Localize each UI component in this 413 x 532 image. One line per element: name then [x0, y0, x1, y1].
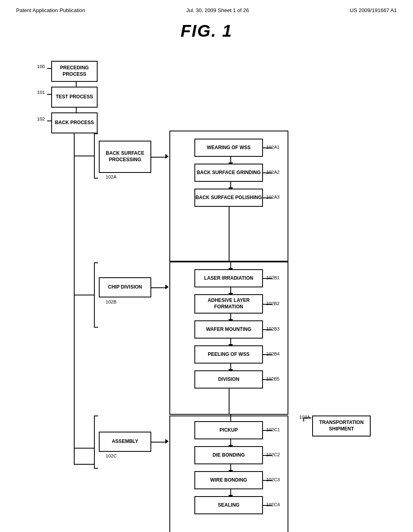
box-assembly: ASSEMBLY — [99, 432, 151, 452]
box-chip-division: CHIP DIVISION — [99, 277, 151, 297]
line-c2 — [263, 455, 272, 456]
line-a-to-group — [151, 157, 167, 158]
box-wearing-wss: WEARING OF WSS — [194, 139, 263, 157]
box-peeling-wss: PEELING OF WSS — [194, 345, 263, 364]
label-102B4: 102B4 — [266, 351, 280, 356]
header-right: US 2009/191667 A1 — [350, 7, 397, 13]
box-preceding-process: PRECEDING PROCESS — [51, 61, 98, 82]
label-102B2: 102B2 — [266, 301, 280, 306]
box-back-surface-polishing: BACK SURFACE POLISHING — [194, 189, 263, 207]
line-a1 — [263, 148, 272, 148]
label-102A1: 102A1 — [266, 145, 280, 150]
bracket-b-v — [94, 262, 95, 327]
page-header: Patent Application Publication Jul. 30, … — [0, 0, 413, 17]
arrow-b-right — [165, 285, 169, 289]
label-102: 102 — [37, 116, 45, 121]
label-102B3: 102B3 — [266, 326, 280, 331]
line-c1 — [263, 430, 272, 431]
line-c4 — [263, 505, 272, 506]
header-left: Patent Application Publication — [16, 7, 85, 13]
arrow-c-right — [165, 439, 169, 444]
bracket-c-bottom — [94, 468, 98, 469]
line-b4 — [263, 354, 272, 355]
box-back-surface-grinding: BACK SURFACE GRINDING — [194, 164, 263, 182]
bracket-b-bottom — [94, 327, 98, 328]
line-c3 — [263, 480, 272, 481]
label-102B5: 102B5 — [266, 376, 280, 381]
box-laser-irradiation: LASER IRRADIATION — [194, 269, 263, 287]
box-die-bonding: DIE BONDING — [194, 446, 263, 464]
line-b-to-group — [151, 287, 167, 288]
line-b3 — [263, 329, 272, 330]
label-101: 101 — [37, 90, 45, 95]
box-transportation: TRANSPORTATION SHIPMENT — [312, 416, 371, 436]
box-test-process: TEST PROCESS — [51, 87, 98, 108]
line-c-to-group — [151, 442, 167, 443]
bracket-a-v — [94, 133, 95, 178]
box-back-surface-processing: BACK SURFACE PROCESSING — [99, 141, 151, 173]
label-102A2: 102A2 — [266, 170, 280, 175]
line-b1 — [263, 278, 272, 279]
label-102C4: 102C4 — [266, 502, 280, 507]
line-a2 — [263, 172, 272, 173]
box-wire-bonding: WIRE BONDING — [194, 471, 263, 489]
box-pickup: PICKUP — [194, 421, 263, 439]
label-102A3: 102A3 — [266, 195, 280, 200]
box-adhesive-layer: ADHESIVE LAYER FORMATION — [194, 294, 263, 314]
label-100: 100 — [37, 64, 45, 69]
figure-title: FIG. 1 — [0, 21, 413, 41]
line-a-h — [74, 156, 94, 156]
box-division: DIVISION — [194, 370, 263, 389]
label-102C1: 102C1 — [266, 427, 280, 432]
line-b5 — [263, 379, 272, 380]
label-102C2: 102C2 — [266, 452, 280, 457]
arrow-a-right — [165, 154, 169, 159]
header-center: Jul. 30, 2009 Sheet 1 of 26 — [186, 7, 249, 13]
box-sealing: SEALING — [194, 496, 263, 514]
bracket-c-v — [94, 416, 95, 468]
line-main-v — [74, 133, 75, 464]
label-102C3: 102C3 — [266, 477, 280, 482]
label-102B: 102B — [106, 299, 117, 304]
label-102C: 102C — [106, 453, 117, 458]
line-b-h — [74, 295, 94, 295]
label-102B1: 102B1 — [266, 275, 280, 280]
box-wafer-mounting: WAFER MOUNTING — [194, 320, 263, 339]
line-a-bottom-ext — [229, 207, 229, 262]
label-103A: 103A — [299, 415, 310, 420]
bracket-103a-top — [303, 418, 311, 418]
bracket-a-bottom — [94, 178, 98, 179]
diagram-area: 100 PRECEDING PROCESS 101 TEST PROCESS 1… — [25, 53, 388, 516]
line-b2 — [263, 304, 272, 305]
line-a3 — [263, 197, 272, 198]
box-back-process: BACK PROCESS — [51, 112, 98, 133]
label-102A: 102A — [106, 175, 117, 179]
line-c-bottom-h — [74, 464, 95, 465]
line-c-h — [74, 448, 94, 449]
line-b-bottom-ext — [229, 389, 229, 415]
